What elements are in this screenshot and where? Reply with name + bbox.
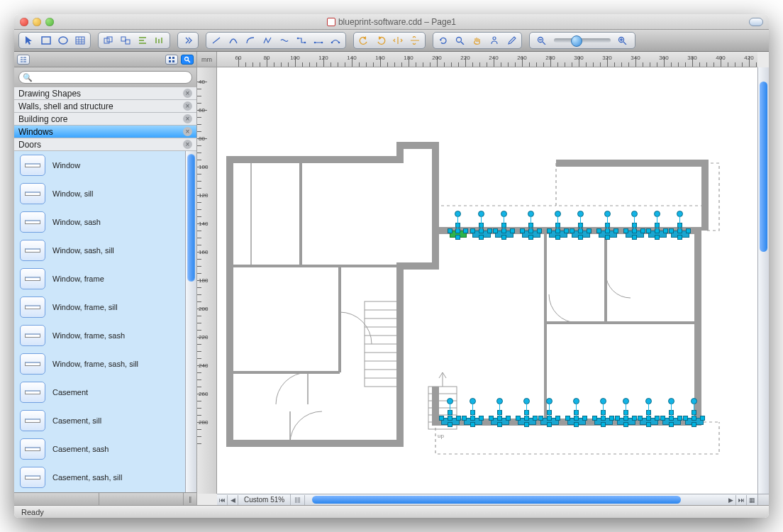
sidebar-category[interactable]: Building core× <box>14 113 196 126</box>
selected-window-shape[interactable] <box>662 412 681 431</box>
selected-window-shape[interactable] <box>572 225 590 243</box>
library-item[interactable]: Window, frame, sash, sill <box>14 350 185 378</box>
eyedropper-tool[interactable] <box>504 34 519 47</box>
minimize-icon[interactable] <box>33 18 41 26</box>
zoom-tool[interactable] <box>452 34 468 47</box>
align-tool-1[interactable] <box>135 34 150 47</box>
sidebar-footer-seg[interactable]: ∥ <box>184 493 196 505</box>
library-item[interactable]: Casement, sash <box>14 435 185 463</box>
close-icon[interactable]: × <box>183 101 192 111</box>
sidebar-category[interactable]: Doors× <box>14 138 196 151</box>
connector-tool-1[interactable] <box>294 34 309 47</box>
library-item[interactable]: Window, frame, sash <box>14 321 185 350</box>
library-item[interactable]: Window <box>14 151 185 179</box>
refresh-tool[interactable] <box>435 34 451 47</box>
page-first-icon[interactable]: ⏮ <box>217 495 228 505</box>
canvas-viewport[interactable]: up <box>217 67 757 494</box>
sidebar-footer-seg[interactable] <box>14 493 99 505</box>
connector-tool-3[interactable] <box>328 34 343 47</box>
rectangle-tool[interactable] <box>38 34 54 47</box>
polyline-tool[interactable] <box>260 34 275 47</box>
align-tool-2[interactable] <box>152 34 167 47</box>
selected-window-shape[interactable] <box>441 412 460 431</box>
selected-window-shape[interactable] <box>594 412 613 431</box>
selected-window-shape[interactable] <box>626 225 644 243</box>
ruler-unit-label[interactable]: mm <box>197 52 217 67</box>
selected-window-shape[interactable] <box>540 412 559 431</box>
selected-window-shape[interactable] <box>599 225 617 243</box>
rotate-left-tool[interactable] <box>356 34 372 47</box>
library-item[interactable]: Casement, sash, sill <box>14 463 185 492</box>
selected-window-shape[interactable] <box>495 225 513 243</box>
selected-window-shape[interactable] <box>522 225 540 243</box>
page-menu-icon[interactable]: ▦ <box>747 495 757 505</box>
tree-view-icon[interactable] <box>17 55 30 65</box>
zoom-in-button[interactable] <box>615 34 631 47</box>
arc-tool[interactable] <box>243 34 258 47</box>
library-list[interactable]: WindowWindow, sillWindow, sashWindow, sa… <box>14 151 185 492</box>
page-last-icon[interactable]: ⏭ <box>736 495 747 505</box>
search-input[interactable] <box>18 71 192 84</box>
library-item[interactable]: Window, sash, sill <box>14 236 185 265</box>
group-tool[interactable] <box>101 34 116 47</box>
close-icon[interactable]: × <box>183 114 192 123</box>
selected-window-shape[interactable] <box>685 412 704 431</box>
selected-window-shape[interactable] <box>567 412 586 431</box>
ellipse-tool[interactable] <box>55 34 71 47</box>
ungroup-tool[interactable] <box>118 34 133 47</box>
scrollbar-vertical[interactable] <box>757 67 769 494</box>
splitter-grip-icon[interactable] <box>291 495 305 505</box>
selected-window-shape[interactable] <box>518 412 536 431</box>
pointer-tool[interactable] <box>21 34 37 47</box>
selected-window-shape[interactable] <box>549 225 567 243</box>
more-tools-icon[interactable] <box>180 34 196 47</box>
selected-window-shape[interactable] <box>671 225 689 243</box>
sidebar-search-icon[interactable] <box>181 55 194 65</box>
zoom-icon[interactable] <box>45 18 54 26</box>
rotate-right-tool[interactable] <box>373 34 389 47</box>
selected-window-shape[interactable] <box>472 225 491 243</box>
thumbnail-view-icon[interactable] <box>165 55 178 65</box>
library-item[interactable]: Window, frame, sill <box>14 293 185 321</box>
selected-window-shape[interactable] <box>491 412 509 431</box>
ruler-vertical[interactable]: 406080100120140160180200220240260280 <box>197 67 217 494</box>
sidebar-category[interactable]: Windows× <box>14 126 196 138</box>
connector-tool-2[interactable] <box>311 34 326 47</box>
page-next-icon[interactable]: ▶ <box>726 495 736 505</box>
library-item[interactable]: Casement <box>14 378 185 406</box>
zoom-out-button[interactable] <box>534 34 550 47</box>
resize-grip-icon[interactable] <box>757 494 769 505</box>
flip-v-tool[interactable] <box>407 34 423 47</box>
library-item[interactable]: Window, sill <box>14 179 185 208</box>
library-item[interactable]: Window, frame <box>14 265 185 293</box>
curve-tool[interactable] <box>226 34 241 47</box>
library-scrollbar[interactable] <box>185 151 196 492</box>
selected-window-shape[interactable] <box>648 225 667 243</box>
selected-window-shape[interactable] <box>450 225 467 243</box>
scrollbar-horizontal[interactable] <box>305 494 726 505</box>
table-tool[interactable] <box>72 34 88 47</box>
library-item[interactable]: Window, sash <box>14 208 185 236</box>
selected-window-shape[interactable] <box>617 412 635 431</box>
library-item[interactable]: Casement, sill <box>14 406 185 435</box>
close-icon[interactable]: × <box>183 140 192 149</box>
toolbar-toggle-icon[interactable] <box>749 18 763 26</box>
line-tool[interactable] <box>209 34 224 47</box>
flip-h-tool[interactable] <box>390 34 406 47</box>
path-tool[interactable] <box>277 34 292 47</box>
library-item[interactable]: Casement, frame <box>14 492 185 492</box>
zoom-slider[interactable] <box>554 38 611 43</box>
selected-window-shape[interactable] <box>464 412 482 431</box>
zoom-label[interactable]: Custom 51% <box>238 494 291 505</box>
selected-window-shape[interactable] <box>640 412 658 431</box>
sidebar-category[interactable]: Drawing Shapes× <box>14 87 196 100</box>
ruler-horizontal[interactable]: 6080100120140160180200220240260280300320… <box>217 52 757 67</box>
titlebar[interactable]: blueprint-software.cdd – Page1 <box>14 14 769 30</box>
person-tool[interactable] <box>487 34 502 47</box>
sidebar-footer-seg[interactable] <box>99 493 184 505</box>
close-icon[interactable]: × <box>183 127 192 136</box>
page-prev-icon[interactable]: ◀ <box>228 495 238 505</box>
close-icon[interactable] <box>20 18 28 26</box>
hand-tool[interactable] <box>470 34 485 47</box>
close-icon[interactable]: × <box>183 89 192 98</box>
